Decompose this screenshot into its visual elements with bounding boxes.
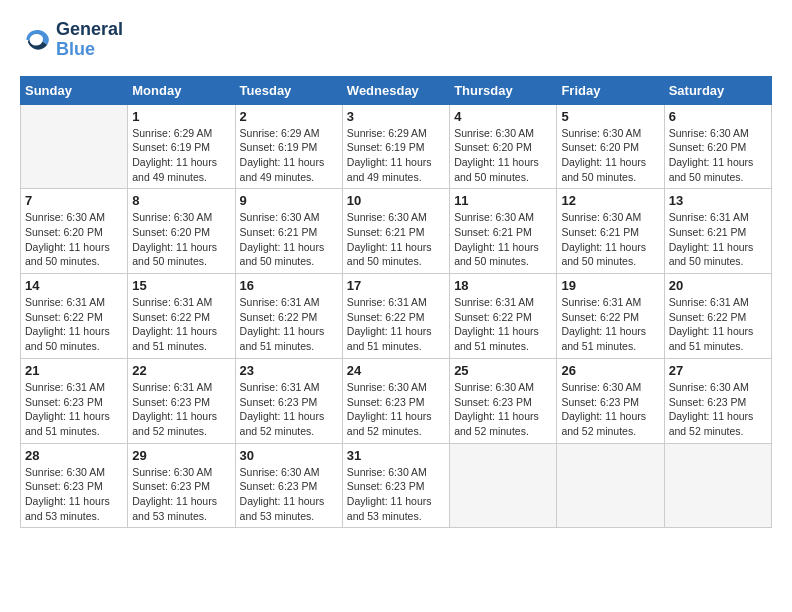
calendar-day-cell: 26Sunrise: 6:30 AMSunset: 6:23 PMDayligh… [557, 358, 664, 443]
day-sun-info: Sunrise: 6:29 AMSunset: 6:19 PMDaylight:… [240, 126, 338, 185]
calendar-day-cell: 10Sunrise: 6:30 AMSunset: 6:21 PMDayligh… [342, 189, 449, 274]
day-of-week-header: Wednesday [342, 76, 449, 104]
page-header: General Blue [20, 20, 772, 60]
day-number: 19 [561, 278, 659, 293]
day-sun-info: Sunrise: 6:31 AMSunset: 6:22 PMDaylight:… [669, 295, 767, 354]
day-of-week-header: Friday [557, 76, 664, 104]
day-number: 8 [132, 193, 230, 208]
calendar-day-cell: 8Sunrise: 6:30 AMSunset: 6:20 PMDaylight… [128, 189, 235, 274]
day-sun-info: Sunrise: 6:31 AMSunset: 6:22 PMDaylight:… [561, 295, 659, 354]
day-sun-info: Sunrise: 6:30 AMSunset: 6:23 PMDaylight:… [347, 380, 445, 439]
day-sun-info: Sunrise: 6:31 AMSunset: 6:21 PMDaylight:… [669, 210, 767, 269]
day-number: 12 [561, 193, 659, 208]
day-number: 3 [347, 109, 445, 124]
day-number: 26 [561, 363, 659, 378]
calendar-day-cell: 21Sunrise: 6:31 AMSunset: 6:23 PMDayligh… [21, 358, 128, 443]
day-sun-info: Sunrise: 6:31 AMSunset: 6:22 PMDaylight:… [347, 295, 445, 354]
calendar-day-cell: 29Sunrise: 6:30 AMSunset: 6:23 PMDayligh… [128, 443, 235, 528]
day-number: 6 [669, 109, 767, 124]
day-number: 10 [347, 193, 445, 208]
calendar-week-row: 14Sunrise: 6:31 AMSunset: 6:22 PMDayligh… [21, 274, 772, 359]
day-sun-info: Sunrise: 6:30 AMSunset: 6:23 PMDaylight:… [132, 465, 230, 524]
day-number: 16 [240, 278, 338, 293]
calendar-day-cell [450, 443, 557, 528]
day-number: 17 [347, 278, 445, 293]
day-number: 4 [454, 109, 552, 124]
day-sun-info: Sunrise: 6:30 AMSunset: 6:20 PMDaylight:… [132, 210, 230, 269]
day-sun-info: Sunrise: 6:30 AMSunset: 6:23 PMDaylight:… [347, 465, 445, 524]
day-number: 1 [132, 109, 230, 124]
calendar-day-cell: 2Sunrise: 6:29 AMSunset: 6:19 PMDaylight… [235, 104, 342, 189]
calendar-day-cell: 13Sunrise: 6:31 AMSunset: 6:21 PMDayligh… [664, 189, 771, 274]
day-number: 11 [454, 193, 552, 208]
calendar-day-cell: 30Sunrise: 6:30 AMSunset: 6:23 PMDayligh… [235, 443, 342, 528]
calendar-day-cell: 12Sunrise: 6:30 AMSunset: 6:21 PMDayligh… [557, 189, 664, 274]
calendar-day-cell: 11Sunrise: 6:30 AMSunset: 6:21 PMDayligh… [450, 189, 557, 274]
day-number: 25 [454, 363, 552, 378]
day-of-week-header: Sunday [21, 76, 128, 104]
day-number: 24 [347, 363, 445, 378]
day-sun-info: Sunrise: 6:30 AMSunset: 6:23 PMDaylight:… [561, 380, 659, 439]
calendar-day-cell: 23Sunrise: 6:31 AMSunset: 6:23 PMDayligh… [235, 358, 342, 443]
day-of-week-header: Thursday [450, 76, 557, 104]
calendar-day-cell: 5Sunrise: 6:30 AMSunset: 6:20 PMDaylight… [557, 104, 664, 189]
day-sun-info: Sunrise: 6:30 AMSunset: 6:21 PMDaylight:… [240, 210, 338, 269]
day-sun-info: Sunrise: 6:29 AMSunset: 6:19 PMDaylight:… [132, 126, 230, 185]
calendar-day-cell: 17Sunrise: 6:31 AMSunset: 6:22 PMDayligh… [342, 274, 449, 359]
day-sun-info: Sunrise: 6:31 AMSunset: 6:23 PMDaylight:… [132, 380, 230, 439]
day-sun-info: Sunrise: 6:30 AMSunset: 6:20 PMDaylight:… [454, 126, 552, 185]
day-sun-info: Sunrise: 6:31 AMSunset: 6:22 PMDaylight:… [454, 295, 552, 354]
day-number: 2 [240, 109, 338, 124]
day-number: 21 [25, 363, 123, 378]
calendar-day-cell: 22Sunrise: 6:31 AMSunset: 6:23 PMDayligh… [128, 358, 235, 443]
calendar-day-cell: 14Sunrise: 6:31 AMSunset: 6:22 PMDayligh… [21, 274, 128, 359]
logo-text: General Blue [56, 20, 123, 60]
day-sun-info: Sunrise: 6:31 AMSunset: 6:23 PMDaylight:… [240, 380, 338, 439]
day-number: 15 [132, 278, 230, 293]
calendar-day-cell: 15Sunrise: 6:31 AMSunset: 6:22 PMDayligh… [128, 274, 235, 359]
calendar-day-cell: 24Sunrise: 6:30 AMSunset: 6:23 PMDayligh… [342, 358, 449, 443]
day-number: 28 [25, 448, 123, 463]
day-number: 27 [669, 363, 767, 378]
calendar-day-cell: 4Sunrise: 6:30 AMSunset: 6:20 PMDaylight… [450, 104, 557, 189]
calendar-day-cell: 27Sunrise: 6:30 AMSunset: 6:23 PMDayligh… [664, 358, 771, 443]
calendar-week-row: 7Sunrise: 6:30 AMSunset: 6:20 PMDaylight… [21, 189, 772, 274]
day-number: 23 [240, 363, 338, 378]
calendar-week-row: 28Sunrise: 6:30 AMSunset: 6:23 PMDayligh… [21, 443, 772, 528]
day-sun-info: Sunrise: 6:30 AMSunset: 6:21 PMDaylight:… [454, 210, 552, 269]
day-number: 14 [25, 278, 123, 293]
day-sun-info: Sunrise: 6:30 AMSunset: 6:20 PMDaylight:… [669, 126, 767, 185]
day-sun-info: Sunrise: 6:30 AMSunset: 6:23 PMDaylight:… [25, 465, 123, 524]
calendar-week-row: 1Sunrise: 6:29 AMSunset: 6:19 PMDaylight… [21, 104, 772, 189]
day-sun-info: Sunrise: 6:29 AMSunset: 6:19 PMDaylight:… [347, 126, 445, 185]
day-number: 13 [669, 193, 767, 208]
logo-general: General [56, 20, 123, 40]
calendar-day-cell: 20Sunrise: 6:31 AMSunset: 6:22 PMDayligh… [664, 274, 771, 359]
day-of-week-header: Monday [128, 76, 235, 104]
logo-icon [20, 24, 52, 56]
calendar-table: SundayMondayTuesdayWednesdayThursdayFrid… [20, 76, 772, 529]
day-sun-info: Sunrise: 6:30 AMSunset: 6:20 PMDaylight:… [25, 210, 123, 269]
calendar-day-cell: 7Sunrise: 6:30 AMSunset: 6:20 PMDaylight… [21, 189, 128, 274]
day-number: 29 [132, 448, 230, 463]
day-number: 31 [347, 448, 445, 463]
day-sun-info: Sunrise: 6:31 AMSunset: 6:22 PMDaylight:… [25, 295, 123, 354]
calendar-day-cell: 16Sunrise: 6:31 AMSunset: 6:22 PMDayligh… [235, 274, 342, 359]
day-number: 7 [25, 193, 123, 208]
day-number: 5 [561, 109, 659, 124]
day-sun-info: Sunrise: 6:30 AMSunset: 6:21 PMDaylight:… [347, 210, 445, 269]
day-number: 22 [132, 363, 230, 378]
day-sun-info: Sunrise: 6:31 AMSunset: 6:23 PMDaylight:… [25, 380, 123, 439]
day-sun-info: Sunrise: 6:30 AMSunset: 6:23 PMDaylight:… [454, 380, 552, 439]
calendar-week-row: 21Sunrise: 6:31 AMSunset: 6:23 PMDayligh… [21, 358, 772, 443]
day-sun-info: Sunrise: 6:30 AMSunset: 6:23 PMDaylight:… [240, 465, 338, 524]
day-of-week-header: Tuesday [235, 76, 342, 104]
calendar-day-cell: 19Sunrise: 6:31 AMSunset: 6:22 PMDayligh… [557, 274, 664, 359]
calendar-day-cell: 3Sunrise: 6:29 AMSunset: 6:19 PMDaylight… [342, 104, 449, 189]
day-number: 20 [669, 278, 767, 293]
day-number: 9 [240, 193, 338, 208]
day-number: 30 [240, 448, 338, 463]
calendar-day-cell: 9Sunrise: 6:30 AMSunset: 6:21 PMDaylight… [235, 189, 342, 274]
calendar-day-cell [21, 104, 128, 189]
calendar-day-cell: 6Sunrise: 6:30 AMSunset: 6:20 PMDaylight… [664, 104, 771, 189]
